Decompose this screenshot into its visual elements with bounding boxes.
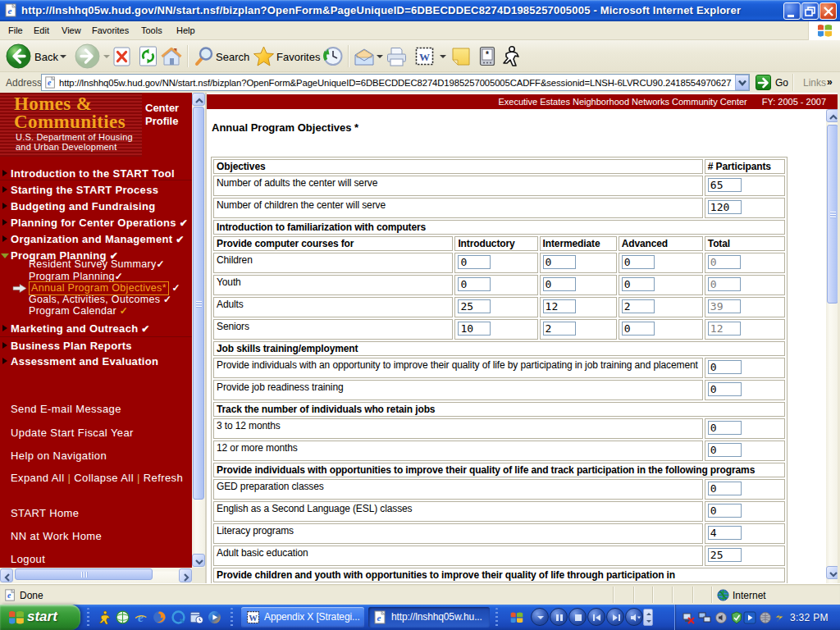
esl-input[interactable] — [708, 504, 742, 518]
youth-advanced-input[interactable] — [622, 277, 655, 291]
forward-dropdown-icon[interactable] — [103, 55, 110, 58]
wmp-next-button[interactable] — [606, 608, 624, 626]
adults-served-input[interactable] — [708, 178, 742, 192]
home-icon[interactable] — [160, 45, 183, 67]
wmp-pause-button[interactable] — [550, 608, 568, 626]
nav-introduction[interactable]: Introduction to the START Tool — [11, 167, 175, 180]
adults-intermediate-input[interactable] — [543, 299, 576, 313]
menu-view[interactable]: View — [62, 25, 81, 35]
mail-dropdown-icon[interactable] — [377, 55, 383, 58]
link-update-fiscal-year[interactable]: Update Start Fiscal Year — [11, 427, 134, 439]
nav-planning-ops[interactable]: Planning for Center Operations ✔ — [11, 217, 188, 229]
nav-marketing[interactable]: Marketing and Outreach ✔ — [11, 322, 150, 335]
scroll-up-icon[interactable] — [192, 93, 205, 106]
nav-assessment[interactable]: Assessment and Evaluation — [11, 355, 158, 368]
wmp-toolbar-spinner[interactable] — [643, 609, 653, 626]
scroll-up-icon[interactable] — [826, 109, 838, 122]
main-vertical-scrollbar[interactable] — [826, 109, 838, 583]
back-label[interactable]: Back — [34, 51, 58, 63]
subnav-annual-program-objectives[interactable]: Annual Program Objectives* ✓ — [29, 282, 180, 294]
search-label[interactable]: Search — [216, 51, 249, 63]
aim-quicklaunch-icon[interactable] — [98, 610, 112, 624]
sidebar-vertical-scrollbar[interactable] — [192, 93, 205, 568]
wmp-dropdown-button[interactable] — [531, 608, 549, 626]
children-introductory-input[interactable] — [458, 255, 491, 269]
scrollbar-thumb[interactable] — [15, 568, 153, 580]
sidebar-horizontal-scrollbar[interactable] — [0, 568, 192, 583]
search-icon[interactable] — [194, 46, 214, 67]
back-dropdown-icon[interactable] — [60, 55, 66, 58]
job-training-input[interactable] — [708, 360, 742, 374]
wmp-volume-button[interactable] — [625, 608, 643, 626]
links-chevron-icon[interactable]: » — [827, 76, 833, 88]
mail-icon[interactable] — [354, 48, 375, 66]
link-collapse-all[interactable]: Collapse All — [74, 472, 134, 484]
favorites-icon[interactable] — [253, 45, 275, 67]
wmp-stop-button[interactable] — [568, 608, 587, 626]
link-expand-all[interactable]: Expand All — [11, 472, 64, 484]
children-intermediate-input[interactable] — [543, 255, 576, 269]
close-button[interactable] — [819, 2, 837, 20]
scroll-left-icon[interactable] — [0, 568, 13, 582]
ie-quicklaunch-icon[interactable]: e — [134, 610, 148, 624]
refresh-icon[interactable] — [138, 45, 158, 67]
link-logout[interactable]: Logout — [11, 553, 45, 565]
link-start-home[interactable]: START Home — [11, 507, 79, 519]
firefox-quicklaunch-icon[interactable] — [153, 610, 167, 624]
menu-file[interactable]: File — [8, 25, 23, 35]
print-icon[interactable] — [386, 46, 408, 67]
edit-word-icon[interactable]: W — [415, 47, 434, 66]
quicktime-quicklaunch-icon[interactable] — [171, 610, 185, 624]
subnav-program-calendar[interactable]: Program Calendar ✓ — [29, 305, 128, 317]
literacy-input[interactable] — [708, 526, 742, 540]
link-send-email[interactable]: Send E-mail Message — [11, 403, 121, 415]
menu-edit[interactable]: Edit — [34, 25, 49, 35]
start-button[interactable]: start — [0, 605, 80, 630]
youth-intermediate-input[interactable] — [543, 277, 576, 291]
seniors-introductory-input[interactable] — [458, 322, 491, 336]
children-served-input[interactable] — [708, 200, 742, 214]
scrollbar-thumb[interactable] — [193, 107, 204, 500]
youth-introductory-input[interactable] — [458, 277, 491, 291]
address-url[interactable]: http://lnshhq05w.hud.gov/NN/start.nsf/bi… — [59, 78, 732, 88]
menu-tools[interactable]: Tools — [141, 25, 162, 35]
wmp-previous-button[interactable] — [587, 608, 605, 626]
address-field[interactable]: e http://lnshhq05w.hud.gov/NN/start.nsf/… — [41, 74, 750, 91]
link-nn-at-work[interactable]: NN at Work Home — [11, 530, 102, 542]
menu-favorites[interactable]: Favorites — [92, 25, 129, 35]
menu-help[interactable]: Help — [176, 25, 195, 35]
favorites-label[interactable]: Favorites — [276, 51, 320, 63]
scroll-down-icon[interactable] — [192, 554, 205, 567]
adults-introductory-input[interactable] — [458, 299, 491, 313]
adult-basic-ed-input[interactable] — [708, 548, 742, 562]
children-advanced-input[interactable] — [622, 255, 655, 269]
scroll-right-icon[interactable] — [179, 568, 192, 582]
subnav-goals-activities[interactable]: Goals, Activities, Outcomes ✓ — [29, 294, 171, 305]
go-label[interactable]: Go — [775, 77, 788, 89]
nav-budgeting[interactable]: Budgeting and Fundraising — [11, 200, 156, 212]
ged-input[interactable] — [708, 482, 742, 495]
research-device-icon[interactable]: * — [479, 46, 495, 66]
forward-icon[interactable] — [75, 43, 100, 69]
subnav-program-planning[interactable]: Program Planning✓ — [29, 271, 123, 282]
nav-business-reports[interactable]: Business Plan Reports — [11, 340, 132, 352]
discuss-note-icon[interactable] — [451, 47, 471, 66]
retain-12plus-input[interactable] — [708, 443, 742, 457]
job-readiness-input[interactable] — [708, 382, 742, 396]
address-dropdown-icon[interactable] — [735, 75, 749, 90]
stop-icon[interactable] — [112, 46, 132, 67]
globe-quicklaunch-icon[interactable] — [116, 610, 130, 624]
task-internet-explorer[interactable]: e http://lnshhq05w.hu... — [368, 607, 490, 628]
nav-starting[interactable]: Starting the START Process — [11, 184, 158, 196]
wmp-quicklaunch-icon[interactable] — [208, 610, 221, 624]
scroll-down-icon[interactable] — [826, 566, 838, 579]
task-word-document[interactable]: W Appendix X [Strategi... — [241, 607, 364, 628]
history-icon[interactable] — [322, 45, 343, 67]
nav-organization[interactable]: Organization and Management ✔ — [11, 233, 185, 245]
links-label[interactable]: Links — [803, 77, 826, 89]
retain-3to12-input[interactable] — [708, 421, 742, 435]
back-icon[interactable] — [6, 43, 31, 69]
link-refresh[interactable]: Refresh — [144, 472, 183, 484]
restore-button[interactable] — [801, 2, 819, 20]
adults-advanced-input[interactable] — [622, 299, 655, 313]
